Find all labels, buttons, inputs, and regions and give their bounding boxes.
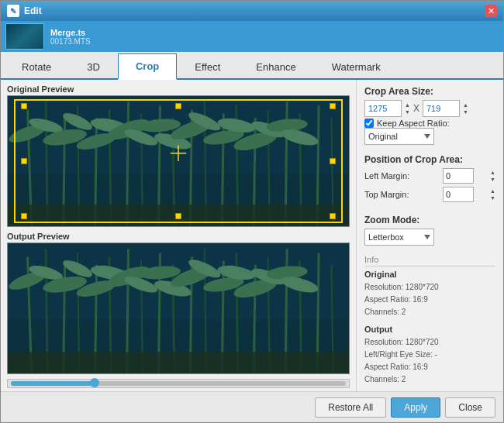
tab-rotate[interactable]: Rotate [4, 54, 69, 79]
crop-handle-ml[interactable] [21, 158, 27, 164]
top-margin-row: Top Margin: ▲ ▼ [364, 187, 495, 202]
position-section: Position of Crop Area: Left Margin: ▲ ▼ … [364, 154, 495, 205]
crop-size-row: ▲ ▼ X ▲ ▼ [364, 100, 495, 117]
original-preview-container [7, 95, 350, 227]
info-header: Info [364, 255, 495, 267]
output-preview-section: Output Preview [7, 232, 350, 374]
width-spin: ▲ ▼ [405, 101, 410, 115]
left-panel: Original Preview [1, 80, 356, 391]
main-content: Original Preview [1, 80, 503, 391]
orig-resolution: Resolution: 1280*720 [364, 281, 495, 294]
original-info-title: Original [364, 270, 495, 279]
tab-effect[interactable]: Effect [177, 54, 238, 79]
crop-handle-br[interactable] [330, 213, 336, 219]
edit-window: ✎ Edit ✕ Merge.ts 00173.MTS Rotate 3D Cr… [0, 0, 504, 423]
height-spin: ▲ ▼ [463, 101, 468, 115]
window-icon: ✎ [7, 5, 19, 17]
top-margin-down[interactable]: ▼ [490, 194, 495, 201]
file-thumb-image [6, 24, 43, 49]
title-bar-left: ✎ Edit [7, 5, 42, 17]
left-margin-row: Left Margin: ▲ ▼ [364, 168, 495, 184]
height-down-arrow[interactable]: ▼ [463, 108, 468, 115]
output-info-group: Output Resolution: 1280*720 Left/Right E… [364, 325, 495, 386]
right-panel: Crop Area Size: ▲ ▼ X ▲ ▼ Ke [356, 80, 503, 391]
tab-3d[interactable]: 3D [69, 54, 118, 79]
crop-handle-mr[interactable] [330, 158, 336, 164]
orig-aspect: Aspect Ratio: 16:9 [364, 294, 495, 306]
close-button[interactable]: Close [445, 397, 495, 418]
window-close-button[interactable]: ✕ [485, 5, 497, 17]
crop-handle-bl[interactable] [21, 213, 27, 219]
position-label: Position of Crop Area: [364, 154, 495, 165]
keep-aspect-ratio-label: Keep Aspect Ratio: [377, 119, 450, 128]
height-up-arrow[interactable]: ▲ [463, 101, 468, 108]
crop-width-input[interactable] [364, 100, 402, 117]
crop-border [14, 99, 343, 223]
x-separator: X [413, 103, 419, 114]
seek-bar-area [7, 379, 350, 388]
out-aspect: Aspect Ratio: 16:9 [364, 361, 495, 373]
svg-rect-85 [8, 352, 349, 373]
title-bar: ✎ Edit ✕ [1, 1, 503, 21]
tab-enhance[interactable]: Enhance [238, 54, 313, 79]
width-down-arrow[interactable]: ▼ [405, 108, 410, 115]
crop-handle-tr[interactable] [330, 103, 336, 109]
aspect-ratio-dropdown[interactable]: Original [364, 128, 434, 145]
crop-handle-tm[interactable] [175, 103, 181, 109]
tab-watermark[interactable]: Watermark [314, 54, 399, 79]
bottom-bar: Restore All Apply Close [1, 391, 503, 422]
file-name: Merge.ts [50, 28, 91, 37]
crop-height-input[interactable] [423, 100, 460, 117]
original-preview-section: Original Preview [7, 84, 350, 227]
top-margin-label: Top Margin: [364, 190, 426, 199]
seek-bar[interactable] [11, 381, 346, 386]
tab-crop[interactable]: Crop [118, 53, 177, 80]
width-up-arrow[interactable]: ▲ [405, 101, 410, 108]
orig-channels: Channels: 2 [364, 306, 495, 318]
crop-area-size-label: Crop Area Size: [364, 86, 495, 97]
zoom-section: Zoom Mode: Letterbox [364, 215, 495, 246]
keep-aspect-ratio-checkbox[interactable] [364, 119, 374, 128]
zoom-mode-label: Zoom Mode: [364, 215, 495, 225]
output-preview-label: Output Preview [7, 232, 350, 241]
top-margin-spin: ▲ ▼ [490, 187, 495, 201]
original-info-group: Original Resolution: 1280*720 Aspect Rat… [364, 270, 495, 318]
info-section: Info Original Resolution: 1280*720 Aspec… [364, 255, 495, 391]
left-margin-label: Left Margin: [364, 171, 426, 181]
file-info: Merge.ts 00173.MTS [50, 28, 91, 46]
file-bar: Merge.ts 00173.MTS [1, 21, 503, 52]
restore-all-button[interactable]: Restore All [315, 397, 386, 418]
output-info-title: Output [364, 325, 495, 334]
seek-thumb[interactable] [90, 378, 99, 387]
window-title: Edit [24, 5, 42, 16]
original-preview-label: Original Preview [7, 84, 350, 94]
apply-button[interactable]: Apply [391, 397, 440, 418]
crop-overlay [8, 96, 349, 226]
output-preview-container [7, 242, 350, 374]
left-margin-up[interactable]: ▲ [490, 169, 495, 176]
out-resolution: Resolution: 1280*720 [364, 336, 495, 349]
tab-bar: Rotate 3D Crop Effect Enhance Watermark [1, 52, 503, 80]
output-video-bg [8, 243, 349, 373]
keep-aspect-ratio-row: Keep Aspect Ratio: [364, 119, 495, 128]
top-margin-up[interactable]: ▲ [490, 187, 495, 194]
zoom-mode-dropdown[interactable]: Letterbox [364, 229, 434, 246]
file-sub: 00173.MTS [50, 37, 91, 46]
top-margin-input[interactable] [443, 187, 474, 202]
left-margin-down[interactable]: ▼ [490, 176, 495, 183]
crop-area-size-section: Crop Area Size: ▲ ▼ X ▲ ▼ Ke [364, 86, 495, 145]
crop-handle-bm[interactable] [175, 213, 181, 219]
file-thumbnail [5, 23, 44, 50]
out-channels: Channels: 2 [364, 373, 495, 386]
seek-fill [11, 381, 95, 386]
crop-handle-tl[interactable] [21, 103, 27, 109]
out-eye-size: Left/Right Eye Size: - [364, 349, 495, 361]
left-margin-spin: ▲ ▼ [490, 169, 495, 183]
left-margin-input[interactable] [443, 168, 474, 184]
